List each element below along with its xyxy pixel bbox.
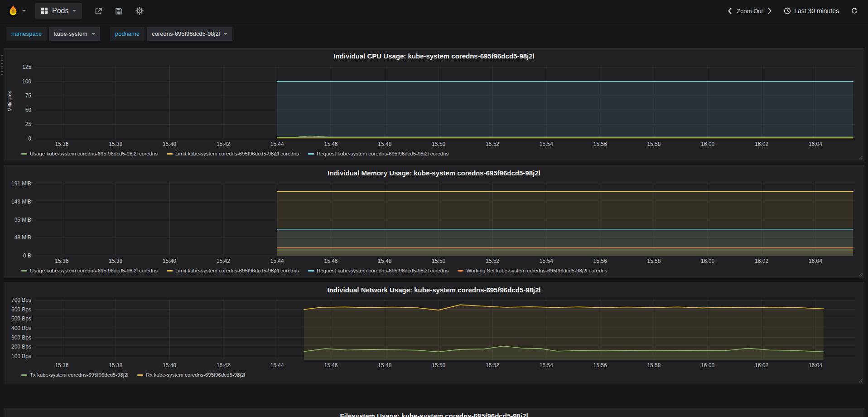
legend-item[interactable]: Limit kube-system coredns-695f96dcd5-98j… <box>167 268 299 273</box>
legend-item[interactable]: Limit kube-system coredns-695f96dcd5-98j… <box>167 151 299 156</box>
x-tick-label: 15:38 <box>109 258 122 264</box>
y-tick-label: 100 Bps <box>11 353 31 359</box>
y-tick-label: 200 Bps <box>11 344 31 350</box>
legend-series-name: Rx kube-system coredns-695f96dcd5-98j2l <box>146 372 245 378</box>
share-icon <box>95 7 102 15</box>
x-tick-label: 16:00 <box>701 362 714 369</box>
navbar: Pods <box>0 0 868 22</box>
x-tick-label: 16:02 <box>755 258 768 264</box>
legend-item[interactable]: Request kube-system coredns-695f96dcd5-9… <box>308 151 449 156</box>
x-tick-label: 16:04 <box>809 258 822 264</box>
memory-chart[interactable]: 0 B48 MiB95 MiB143 MiB191 MiB15:3615:381… <box>8 179 860 265</box>
chevron-down-icon <box>224 33 227 35</box>
x-tick-label: 15:44 <box>270 258 284 264</box>
panel-resize-handle[interactable] <box>858 155 863 160</box>
time-forward-button[interactable] <box>767 7 772 15</box>
grafana-logo-button[interactable] <box>0 0 31 22</box>
zoom-out-button[interactable]: Zoom Out <box>737 8 763 15</box>
time-controls: Zoom Out Last 30 minutes <box>728 7 858 15</box>
variable-label-podname: podname <box>110 27 145 41</box>
x-tick-label: 15:56 <box>593 141 607 147</box>
panel-drag-handle[interactable] <box>1 55 3 75</box>
variable-value-text: kube-system <box>54 30 87 37</box>
share-button[interactable] <box>95 7 102 15</box>
legend-item[interactable]: Rx kube-system coredns-695f96dcd5-98j2l <box>137 372 245 378</box>
row-spacer <box>4 388 864 408</box>
legend-series-name: Limit kube-system coredns-695f96dcd5-98j… <box>175 151 299 156</box>
refresh-button[interactable] <box>851 7 858 15</box>
panel-title-network[interactable]: Individual Network Usage: kube-system co… <box>8 284 860 296</box>
chart-plot[interactable]: 025507510012515:3615:3815:4015:4215:4415… <box>8 62 860 148</box>
x-tick-label: 15:58 <box>647 362 661 369</box>
cpu-chart-area: Millicores 025507510012515:3615:3815:401… <box>8 62 860 148</box>
x-tick-label: 15:54 <box>540 362 553 369</box>
x-tick-label: 15:46 <box>324 362 338 369</box>
x-tick-label: 15:38 <box>109 141 122 147</box>
settings-button[interactable] <box>135 7 144 15</box>
network-legend: Tx kube-system coredns-695f96dcd5-98j2lR… <box>8 369 860 380</box>
legend-item[interactable]: Request kube-system coredns-695f96dcd5-9… <box>308 268 449 273</box>
x-tick-label: 15:56 <box>593 258 607 264</box>
legend-series-swatch <box>21 270 27 272</box>
save-icon <box>115 7 123 15</box>
y-tick-label: 191 MiB <box>11 180 31 187</box>
chart-plot[interactable]: 0 B48 MiB95 MiB143 MiB191 MiB15:3615:381… <box>8 179 860 265</box>
legend-item[interactable]: Working Set kube-system coredns-695f96dc… <box>458 268 607 273</box>
panel-resize-handle[interactable] <box>858 378 863 383</box>
y-tick-label: 143 MiB <box>11 199 31 205</box>
gear-icon <box>135 7 144 15</box>
x-tick-label: 16:02 <box>755 141 768 147</box>
legend-series-name: Usage kube-system coredns-695f96dcd5-98j… <box>30 268 158 273</box>
chevron-left-icon <box>728 7 732 15</box>
y-tick-label: 95 MiB <box>14 217 31 223</box>
chevron-down-icon <box>92 33 95 35</box>
x-tick-label: 15:44 <box>270 141 284 147</box>
series-fill-cyan <box>277 82 853 139</box>
x-tick-label: 15:52 <box>486 362 499 369</box>
network-chart[interactable]: 100 Bps200 Bps300 Bps400 Bps500 Bps600 B… <box>8 296 860 369</box>
time-range-button[interactable]: Last 30 minutes <box>784 7 839 15</box>
panel-title-cpu[interactable]: Individual CPU Usage: kube-system coredn… <box>8 50 860 62</box>
refresh-icon <box>851 7 858 15</box>
x-tick-label: 15:42 <box>217 141 230 147</box>
variable-value-namespace[interactable]: kube-system <box>49 27 100 41</box>
y-tick-label: 0 B <box>23 252 31 259</box>
y-axis-title: Millicores <box>6 62 13 140</box>
legend-series-swatch <box>137 374 143 376</box>
legend-item[interactable]: Tx kube-system coredns-695f96dcd5-98j2l <box>21 372 128 378</box>
save-button[interactable] <box>115 7 123 15</box>
panel-cpu: Individual CPU Usage: kube-system coredn… <box>4 48 864 161</box>
series-fill-orange <box>277 248 853 256</box>
x-tick-label: 16:04 <box>809 362 822 369</box>
x-tick-label: 15:52 <box>486 141 499 147</box>
panel-title-memory[interactable]: Individual Memory Usage: kube-system cor… <box>8 167 860 179</box>
x-tick-label: 15:42 <box>217 258 230 264</box>
legend-series-name: Working Set kube-system coredns-695f96dc… <box>466 268 607 273</box>
legend-item[interactable]: Usage kube-system coredns-695f96dcd5-98j… <box>21 151 158 156</box>
legend-series-swatch <box>167 270 173 272</box>
network-chart-area: 100 Bps200 Bps300 Bps400 Bps500 Bps600 B… <box>8 296 860 369</box>
time-back-button[interactable] <box>728 7 732 15</box>
x-tick-label: 15:42 <box>217 362 230 369</box>
legend-series-swatch <box>21 153 27 155</box>
x-tick-label: 16:00 <box>701 258 714 264</box>
y-tick-label: 48 MiB <box>14 234 31 241</box>
panel-title-filesystem[interactable]: Filesystem Usage: kube-system coredns-69… <box>8 410 860 417</box>
x-tick-label: 15:46 <box>324 258 338 264</box>
y-tick-label: 25 <box>25 121 32 127</box>
x-tick-label: 15:48 <box>378 141 391 147</box>
x-tick-label: 15:36 <box>55 362 68 369</box>
chart-plot[interactable]: 100 Bps200 Bps300 Bps400 Bps500 Bps600 B… <box>8 296 860 369</box>
cpu-chart[interactable]: 025507510012515:3615:3815:4015:4215:4415… <box>8 62 860 148</box>
dashboard-switcher[interactable]: Pods <box>35 3 82 19</box>
variable-namespace: namespacekube-system <box>6 27 100 41</box>
x-tick-label: 15:54 <box>540 258 553 264</box>
dashboards-grid-icon <box>41 7 48 15</box>
legend-item[interactable]: Usage kube-system coredns-695f96dcd5-98j… <box>21 268 158 273</box>
panel-network: Individual Network Usage: kube-system co… <box>4 282 864 384</box>
legend-series-name: Tx kube-system coredns-695f96dcd5-98j2l <box>30 372 128 378</box>
legend-series-swatch <box>458 270 463 272</box>
x-tick-label: 15:44 <box>270 362 284 369</box>
variable-value-podname[interactable]: coredns-695f96dcd5-98j2l <box>147 27 232 41</box>
panel-resize-handle[interactable] <box>858 272 863 277</box>
